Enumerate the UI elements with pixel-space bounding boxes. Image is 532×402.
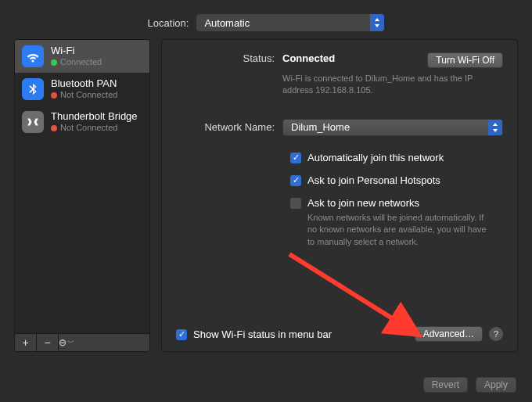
show-wifi-status-checkbox[interactable] bbox=[176, 329, 187, 340]
chevron-updown-icon bbox=[370, 14, 384, 31]
bluetooth-icon bbox=[22, 78, 44, 100]
ask-new-networks-subtext: Known networks will be joined automatica… bbox=[307, 212, 495, 248]
service-name: Bluetooth PAN bbox=[51, 77, 117, 90]
service-actions-button[interactable]: ⊖﹀ bbox=[59, 334, 74, 351]
service-list: Wi-Fi Connected Bluetooth PAN Not Connec… bbox=[15, 40, 149, 333]
gear-dropdown-icon: ⊖ bbox=[59, 337, 66, 348]
ask-new-networks-label: Ask to join new networks bbox=[307, 197, 495, 209]
location-select[interactable]: Automatic bbox=[196, 14, 384, 31]
revert-button[interactable]: Revert bbox=[423, 377, 468, 393]
network-name-value: Dilum_Home bbox=[291, 121, 350, 133]
status-value: Connected bbox=[282, 52, 335, 64]
remove-service-button[interactable]: − bbox=[37, 334, 59, 351]
wifi-toggle-button[interactable]: Turn Wi-Fi Off bbox=[427, 52, 503, 68]
location-select-value: Automatic bbox=[204, 17, 250, 29]
show-wifi-status-label: Show Wi-Fi status in menu bar bbox=[193, 328, 332, 340]
status-dot-icon bbox=[51, 125, 57, 131]
status-subtext: Wi-Fi is connected to Dilum_Home and has… bbox=[282, 73, 478, 97]
status-dot-icon bbox=[51, 92, 57, 99]
service-item-thunderbolt[interactable]: Thunderbolt Bridge Not Connected bbox=[15, 106, 149, 138]
service-status: Not Connected bbox=[60, 90, 117, 101]
location-label: Location: bbox=[148, 17, 189, 29]
personal-hotspots-label: Ask to join Personal Hotspots bbox=[307, 174, 440, 186]
service-status: Not Connected bbox=[60, 123, 117, 134]
add-service-button[interactable]: + bbox=[15, 334, 37, 351]
thunderbolt-bridge-icon bbox=[22, 111, 44, 133]
network-services-sidebar: Wi-Fi Connected Bluetooth PAN Not Connec… bbox=[14, 39, 150, 352]
sidebar-footer: + − ⊖﹀ bbox=[15, 333, 149, 351]
service-name: Thunderbolt Bridge bbox=[51, 110, 138, 123]
auto-join-label: Automatically join this network bbox=[307, 152, 444, 163]
help-button[interactable]: ? bbox=[489, 327, 503, 341]
chevron-updown-icon bbox=[488, 120, 502, 135]
service-item-wifi[interactable]: Wi-Fi Connected bbox=[15, 40, 149, 73]
service-item-bluetooth[interactable]: Bluetooth PAN Not Connected bbox=[15, 73, 149, 106]
network-detail-panel: Status: Connected Turn Wi-Fi Off Wi-Fi i… bbox=[161, 39, 518, 352]
status-dot-icon bbox=[51, 59, 57, 66]
personal-hotspots-checkbox[interactable] bbox=[290, 175, 301, 186]
network-name-select[interactable]: Dilum_Home bbox=[282, 119, 503, 136]
network-name-label: Network Name: bbox=[176, 121, 282, 133]
apply-button[interactable]: Apply bbox=[476, 377, 516, 393]
ask-new-networks-checkbox[interactable] bbox=[290, 198, 301, 209]
wifi-icon bbox=[22, 45, 44, 67]
advanced-button[interactable]: Advanced… bbox=[415, 326, 483, 342]
status-label: Status: bbox=[176, 52, 282, 68]
service-name: Wi-Fi bbox=[51, 45, 102, 57]
service-status: Connected bbox=[60, 57, 102, 68]
auto-join-checkbox[interactable] bbox=[290, 153, 301, 163]
